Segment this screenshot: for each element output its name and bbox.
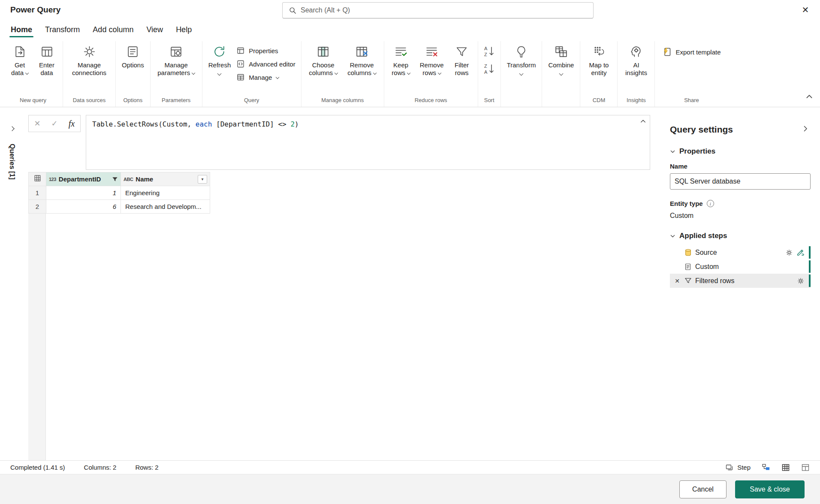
cell-departmentid[interactable]: 6 [46,200,121,214]
collapse-settings-panel-button[interactable] [800,124,811,135]
choose-columns-button[interactable]: Choose columns [304,41,342,78]
tab-home[interactable]: Home [4,20,39,39]
preview-table: 123 DepartmentID ABC Na [28,172,210,214]
column-filter-dropdown[interactable]: ▾ [198,175,207,184]
get-data-button[interactable]: Get data [6,41,33,78]
formula-input[interactable]: Table.SelectRows(Custom, each [Departmen… [86,115,650,170]
close-icon[interactable]: ✕ [799,3,812,16]
chevron-down-icon [670,233,675,239]
expand-queries-pane-button[interactable] [8,123,16,134]
ribbon-group-combine: Combine [542,41,580,107]
text-type-icon: ABC [124,177,133,182]
ai-insights-button[interactable]: AI insights [621,41,651,78]
name-label: Name [670,163,811,170]
step-settings-gear-icon[interactable] [785,249,793,257]
info-icon[interactable]: i [707,200,714,207]
enter-data-label: Enter data [37,61,57,77]
export-template-button[interactable]: Export template [658,41,725,63]
advanced-editor-button[interactable]: Advanced editor [236,60,295,68]
chevron-down-icon [192,71,195,75]
edit-source-icon[interactable] [796,248,805,257]
collapse-formula-bar-button[interactable] [640,118,646,126]
query-name-input[interactable] [670,173,811,190]
collapse-ribbon-button[interactable] [805,93,813,102]
choose-columns-icon [316,45,330,59]
keep-rows-button[interactable]: Keep rows [387,41,415,78]
search-input[interactable] [301,6,587,14]
svg-text:A: A [484,46,488,51]
enter-data-button[interactable]: Enter data [34,41,60,78]
sort-descending-button[interactable]: ZA [483,63,496,76]
filter-rows-icon [455,45,469,59]
applied-steps-section-toggle[interactable]: Applied steps [670,232,811,240]
cell-departmentid[interactable]: 1 [46,186,121,200]
ribbon-group-reduce-rows: Keep rows Remove rows Filter rows Reduce… [384,41,478,107]
table-row: 2 6 Research and Developm... [29,200,210,214]
manage-button[interactable]: Manage [236,73,295,81]
step-label: Custom [695,263,805,271]
manage-connections-label: Manage connections [69,61,109,77]
transform-button[interactable]: Transform [504,41,539,77]
formula-cancel-icon[interactable]: ✕ [29,115,46,132]
fx-button[interactable]: fx [63,115,80,132]
manage-label: Manage [249,74,272,81]
chevron-down-icon [373,71,377,75]
tab-add-column[interactable]: Add column [86,20,140,39]
step-view-button[interactable]: Step [725,463,751,472]
chevron-down-icon [407,71,410,75]
applied-step-source[interactable]: Source [670,245,811,260]
cell-name[interactable]: Research and Developm... [121,200,210,214]
remove-columns-button[interactable]: Remove columns [343,41,381,78]
manage-parameters-icon [169,45,183,59]
table-icon [34,175,41,182]
refresh-button[interactable]: Refresh [205,41,234,77]
applied-step-filtered-rows[interactable]: ✕ Filtered rows [670,274,811,288]
delete-step-icon[interactable]: ✕ [675,278,680,284]
applied-step-custom[interactable]: Custom [670,260,811,274]
options-label: Options [122,61,144,69]
properties-button[interactable]: Properties [236,46,295,55]
database-icon [684,248,692,257]
save-close-button[interactable]: Save & close [735,480,805,498]
ribbon-group-manage-columns: Choose columns Remove columns Manage col… [301,41,384,107]
queries-pane-label: Queries [1] [8,144,16,180]
cancel-button[interactable]: Cancel [679,480,727,498]
search-icon [289,6,296,14]
transform-icon [514,45,528,59]
filter-applied-icon[interactable] [112,176,118,182]
column-header-departmentid[interactable]: 123 DepartmentID [46,172,121,186]
properties-section-toggle[interactable]: Properties [670,147,811,156]
step-status-bar [809,275,811,287]
options-button[interactable]: Options [119,41,147,71]
group-label-transform [504,96,539,107]
formula-commit-icon[interactable]: ✓ [46,115,63,132]
whole-number-type-icon: 123 [49,177,56,182]
row-number[interactable]: 1 [29,186,46,200]
select-all-corner[interactable] [29,172,46,186]
remove-rows-button[interactable]: Remove rows [416,41,448,78]
tab-view[interactable]: View [140,20,169,39]
column-header-name[interactable]: ABC Name ▾ [121,172,210,186]
ribbon: Get data Enter data New query Manage con… [0,39,820,107]
sort-ascending-button[interactable]: AZ [483,45,496,59]
schema-view-button[interactable] [801,463,810,472]
data-view-button[interactable] [781,463,790,472]
diagram-view-button[interactable] [762,463,770,472]
remove-columns-icon [355,45,369,59]
search-box[interactable] [282,2,594,18]
tab-transform[interactable]: Transform [39,20,86,39]
map-to-entity-button[interactable]: Map to entity [583,41,614,78]
step-settings-gear-icon[interactable] [797,277,805,285]
cell-name[interactable]: Engineering [121,186,210,200]
step-label: Source [695,249,785,257]
column-label: Name [136,175,153,183]
row-number[interactable]: 2 [29,200,46,214]
manage-connections-button[interactable]: Manage connections [66,41,112,78]
tab-help[interactable]: Help [169,20,198,39]
chevron-up-icon [805,93,813,100]
group-label-sort: Sort [481,96,497,107]
ribbon-group-data-sources: Manage connections Data sources [63,41,115,107]
manage-parameters-button[interactable]: Manage parameters [154,41,199,78]
filter-rows-button[interactable]: Filter rows [449,41,475,78]
combine-button[interactable]: Combine [545,41,577,77]
